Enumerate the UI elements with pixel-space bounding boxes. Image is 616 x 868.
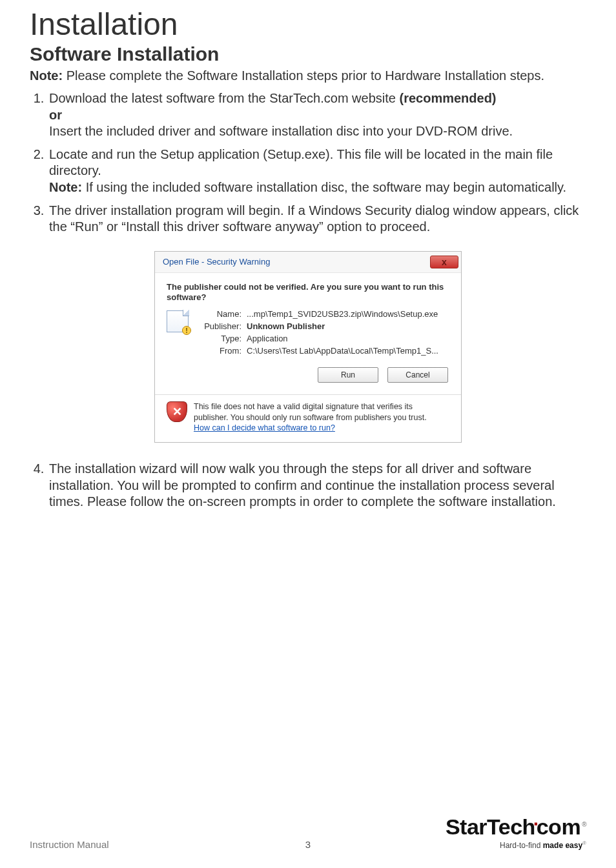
page-number: 3 (30, 839, 586, 850)
page-footer: Instruction Manual 3 StarTech.com® Hard-… (30, 815, 586, 850)
step-3-text: The driver installation program will beg… (49, 203, 579, 234)
step-1: Download the latest software from the St… (48, 90, 586, 140)
label-publisher: Publisher: (195, 321, 241, 331)
heading-installation: Installation (30, 6, 586, 42)
label-type: Type: (195, 334, 241, 343)
value-publisher: Unknown Publisher (247, 321, 438, 331)
note-label: Note: (30, 68, 63, 83)
brand-text-main: StarTech (446, 814, 535, 839)
install-steps-list: Download the latest software from the St… (30, 90, 586, 236)
step-2-note-text: If using the included software installat… (82, 180, 566, 194)
file-info-grid: Name: ...mp\Temp1_SVID2USB23.zip\Windows… (195, 309, 438, 356)
heading-software-installation: Software Installation (30, 43, 586, 65)
dialog-titlebar: Open File - Security Warning x (155, 252, 461, 272)
dialog-title-text: Open File - Security Warning (163, 257, 270, 267)
step-2-text-a: Locate and run the Setup application (Se… (49, 147, 553, 178)
dialog-footer-text: This file does not have a valid digital … (194, 401, 449, 433)
label-from: From: (195, 346, 241, 356)
cancel-button[interactable]: Cancel (387, 367, 448, 383)
shield-x-icon: ✕ (167, 401, 187, 422)
step-3: The driver installation program will beg… (48, 203, 586, 236)
brand-logo: StarTech.com® (446, 815, 586, 839)
step-4: The installation wizard will now walk yo… (48, 461, 586, 510)
step-1-text-b: Insert the included driver and software … (49, 124, 513, 138)
label-name: Name: (195, 309, 241, 319)
security-dialog: Open File - Security Warning x The publi… (154, 251, 462, 443)
step-1-or: or (49, 108, 62, 122)
intro-note: Note: Please complete the Software Insta… (30, 68, 586, 84)
file-warning-icon: ! (167, 310, 189, 332)
close-button[interactable]: x (430, 256, 458, 268)
brand-text-com: com (537, 814, 580, 839)
dialog-help-link[interactable]: How can I decide what software to run? (194, 423, 335, 432)
value-from: C:\Users\Test Lab\AppData\Local\Temp\Tem… (247, 346, 438, 356)
brand-dot-icon: . (533, 808, 539, 829)
install-steps-list-cont: The installation wizard will now walk yo… (30, 461, 586, 510)
value-name: ...mp\Temp1_SVID2USB23.zip\Windows\Setup… (247, 309, 438, 319)
run-button[interactable]: Run (318, 367, 378, 383)
value-type: Application (247, 334, 438, 343)
dialog-question: The publisher could not be verified. Are… (167, 282, 449, 303)
security-dialog-wrap: Open File - Security Warning x The publi… (30, 251, 586, 443)
step-1-recommended: (recommended) (399, 91, 496, 105)
intro-note-text: Please complete the Software Installatio… (63, 68, 544, 83)
step-1-text-a: Download the latest software from the St… (49, 91, 399, 105)
step-4-text: The installation wizard will now walk yo… (49, 461, 556, 509)
note-label: Note: (49, 180, 82, 194)
dialog-footer-line: This file does not have a valid digital … (194, 402, 427, 421)
step-2: Locate and run the Setup application (Se… (48, 146, 586, 196)
close-icon: x (442, 257, 447, 267)
registered-icon: ® (582, 821, 586, 828)
